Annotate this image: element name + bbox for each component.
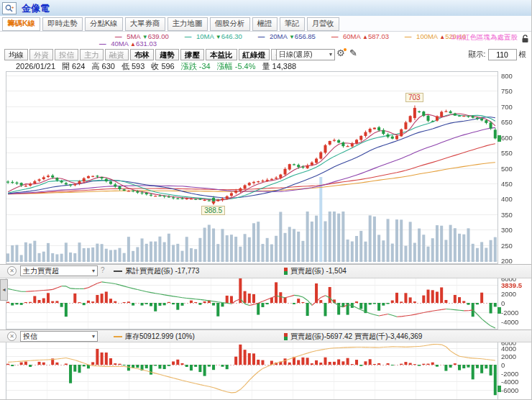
toolbar-button-外資[interactable]: 外資 [29,49,53,60]
stock-name-title: 金像電 [22,2,50,15]
app-window: + 金像電 籌碼K線即時走勢分點K線大單券商主力地圖個股分析權證筆記月營收 — … [0,0,532,400]
title-bar: + 金像電 [0,0,532,17]
bar-swatch-icon [284,333,288,340]
magnifier-icon[interactable]: + [2,2,17,14]
price-axis-label: 450 [501,180,513,188]
panel2-line-legend: 累計買賣超(張) -17,773 [114,266,199,276]
panel3-indicator-select[interactable]: 投信▾ [20,331,98,342]
period-select[interactable]: 日線(還原)▾ [276,49,335,60]
panel3-bar-legend-text: 買賣超(張)-5697.42 買賣超(千)-3,446,369 [290,332,422,340]
tab-權證[interactable]: 權證 [252,17,278,31]
indicator-toolbar: 均線外資投信主力融資布林趨勢撐壓本益比紅綠燈分價量 日線(還原)▾ ⚙ ✎ 顯示… [0,47,532,61]
up-arrow-icon: ▲ [130,41,136,47]
panel3-line-legend-text: 庫存50912.999 (10%) [125,332,195,340]
panel2-bar-legend-text: 買賣超(張) -1,504 [290,267,347,275]
price-axis-label: 500 [501,165,513,173]
toolbar-button-融資[interactable]: 融資 [105,49,129,60]
panel3-line-legend: 庫存50912.999 (10%) [114,332,195,342]
period-select-value: 日線(還原) [279,50,313,58]
quote-量: 量 14,388 [262,62,297,71]
toolbar-button-撐壓[interactable]: 撐壓 [180,49,204,60]
low-marker-arrow-icon [211,201,216,205]
chevron-down-icon: ▾ [92,266,95,276]
tab-筆記[interactable]: 筆記 [280,17,305,31]
panel2-line-legend-text: 累計買賣超(張) -17,773 [125,267,199,275]
panel2-help-icon[interactable]: ? [101,266,105,274]
quote-date: 2026/01/21 [16,62,55,71]
panel-axis-label: -2000 [501,370,518,378]
price-axis-label: 750 [501,87,513,95]
panel-axis-label: 0 [501,361,505,369]
price-axis-label: 550 [501,149,513,157]
gear-notification-dot [344,48,347,51]
quote-line: 2026/01/21開 624高 630低 593收 596漲跌 -34漲幅 -… [16,61,303,71]
display-count-unit: 根 [519,50,527,58]
draw-pencil-icon[interactable]: ✎ [349,47,357,58]
quote-高: 高 630 [91,62,114,71]
panel-axis-label: 3839.5 [501,281,522,289]
panel2-settings-icon[interactable]: ✕ [7,266,17,276]
panel2-header: ✕ 主力買賣超▾ ? 累計買賣超(張) -17,773 買賣超(張) -1,50… [0,264,532,278]
line-swatch-icon [114,271,122,272]
panel-axis-label: 0 [501,299,505,307]
price-axis-label: 700 [501,103,513,111]
quote-漲跌: 漲跌 -34 [181,62,211,71]
tab-籌碼K線[interactable]: 籌碼K線 [2,17,40,31]
display-count-label: 顯示: [469,50,486,58]
ma-value: 631.03 [136,40,157,47]
collapse-handle[interactable]: ◂ [0,279,8,301]
panel-axis-label: -4000 [501,318,518,326]
toolbar-button-紅綠燈[interactable]: 紅綠燈 [239,49,270,60]
panel2-bar-legend: 買賣超(張) -1,504 [284,266,347,276]
ma-label: 40MA [109,40,131,47]
current-value-marker [497,307,501,314]
quote-收: 收 596 [151,62,174,71]
tab-分點K線[interactable]: 分點K線 [85,17,123,31]
indicator-buttons: 均線外資投信主力融資布林趨勢撐壓本益比紅綠燈分價量 [4,48,303,60]
line-swatch-icon [114,336,122,337]
current-value-marker [497,135,501,142]
tab-大單券商[interactable]: 大單券商 [125,17,165,31]
ma-legend: — 5MA ▼639.00— 10MA ▼646.30— 20MA ▼656.8… [0,32,532,47]
ma-legend-item-40MA: — 40MA ▲631.03 [99,40,157,47]
price-axis-label: 250 [501,242,513,250]
price-axis-label: 600 [501,134,513,142]
panel-axis-label: -6000 [501,386,518,394]
quote-低: 低 593 [121,62,145,71]
chevron-down-icon: ▾ [92,332,95,341]
tab-個股分析[interactable]: 個股分析 [210,17,250,31]
price-axis-label: 800 [501,72,513,80]
low-price-marker: 388.5 [201,206,225,215]
lock-icon[interactable] [521,33,529,46]
panel-axis-label: 2000 [501,353,516,360]
toolbar-button-本益比[interactable]: 本益比 [206,49,237,60]
toolbar-button-均線[interactable]: 均線 [4,49,28,60]
panel-axis-label: 2000 [501,290,516,298]
svg-text:+: + [12,5,14,9]
tab-bar: 籌碼K線即時走勢分點K線大單券商主力地圖個股分析權證筆記月營收 [0,16,532,32]
tab-月營收[interactable]: 月營收 [307,17,340,31]
display-count-input[interactable] [488,49,517,60]
price-axis-label: 350 [501,211,513,219]
panel3-header: ✕ 投信▾ 庫存50912.999 (10%) 買賣超(張)-5697.42 買… [0,329,532,342]
panel3-select-value: 投信 [23,332,37,340]
panel2-indicator-select[interactable]: 主力買賣超▾ [20,265,98,276]
toolbar-button-投信[interactable]: 投信 [55,49,78,60]
chevron-down-icon: ▾ [329,50,332,60]
high-price-marker: 703 [405,93,423,102]
toolbar-button-主力[interactable]: 主力 [80,49,104,60]
tab-主力地圖[interactable]: 主力地圖 [168,17,208,31]
panel-axis-label: 4000 [501,345,516,353]
quote-漲幅: 漲幅 -5.4% [217,62,256,71]
panel-axis-label: -4000 [501,378,518,386]
panel3-settings-icon[interactable]: ✕ [7,332,17,341]
toolbar-button-布林[interactable]: 布林 [130,49,154,60]
price-axis-label: 650 [501,118,513,126]
line-swatch-icon: — [99,40,106,47]
settings-gear-icon[interactable]: ⚙ [336,47,345,58]
panel-axis-label: -2000 [501,309,518,317]
toolbar-button-趨勢[interactable]: 趨勢 [155,49,179,60]
pink-note-label: ①粉紅色區塊為處置股 [450,33,518,42]
tab-即時走勢[interactable]: 即時走勢 [42,17,83,31]
price-axis-label: 300 [501,226,513,234]
